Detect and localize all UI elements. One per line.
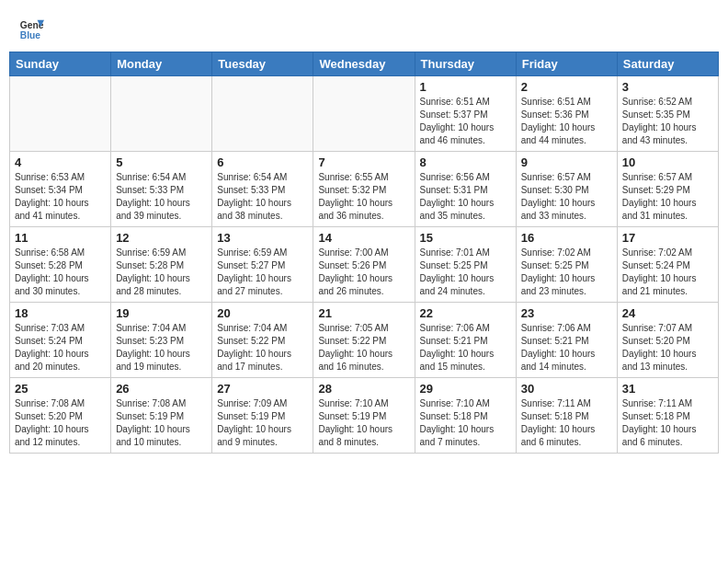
day-info: Sunrise: 7:02 AM Sunset: 5:25 PM Dayligh… <box>521 247 612 298</box>
day-cell: 13Sunrise: 6:59 AM Sunset: 5:27 PM Dayli… <box>212 227 313 303</box>
day-info: Sunrise: 7:04 AM Sunset: 5:23 PM Dayligh… <box>116 322 207 373</box>
day-cell: 27Sunrise: 7:09 AM Sunset: 5:19 PM Dayli… <box>212 378 313 454</box>
day-info: Sunrise: 6:57 AM Sunset: 5:29 PM Dayligh… <box>622 171 713 223</box>
day-number: 16 <box>521 231 612 245</box>
day-number: 13 <box>217 231 308 245</box>
day-header-thursday: Thursday <box>415 52 516 76</box>
page-header: General Blue <box>9 9 719 46</box>
day-number: 20 <box>217 306 308 320</box>
day-cell: 28Sunrise: 7:10 AM Sunset: 5:19 PM Dayli… <box>313 378 415 454</box>
day-number: 30 <box>521 382 612 396</box>
logo-icon: General Blue <box>18 17 44 42</box>
day-number: 3 <box>622 80 713 94</box>
day-info: Sunrise: 7:01 AM Sunset: 5:25 PM Dayligh… <box>420 247 511 298</box>
days-header-row: SundayMondayTuesdayWednesdayThursdayFrid… <box>10 52 719 76</box>
day-info: Sunrise: 6:59 AM Sunset: 5:28 PM Dayligh… <box>116 247 207 298</box>
day-cell: 5Sunrise: 6:54 AM Sunset: 5:33 PM Daylig… <box>111 152 212 227</box>
day-info: Sunrise: 7:11 AM Sunset: 5:18 PM Dayligh… <box>622 397 713 449</box>
day-number: 27 <box>217 382 308 396</box>
day-cell: 1Sunrise: 6:51 AM Sunset: 5:37 PM Daylig… <box>415 76 516 152</box>
day-number: 1 <box>420 80 511 94</box>
day-info: Sunrise: 6:52 AM Sunset: 5:35 PM Dayligh… <box>622 96 713 147</box>
day-info: Sunrise: 7:04 AM Sunset: 5:22 PM Dayligh… <box>217 322 308 373</box>
week-row-4: 18Sunrise: 7:03 AM Sunset: 5:24 PM Dayli… <box>10 303 719 378</box>
day-cell: 20Sunrise: 7:04 AM Sunset: 5:22 PM Dayli… <box>212 303 313 378</box>
day-cell: 7Sunrise: 6:55 AM Sunset: 5:32 PM Daylig… <box>313 152 415 227</box>
day-header-monday: Monday <box>111 52 212 76</box>
day-number: 11 <box>15 231 106 245</box>
day-number: 7 <box>318 155 409 169</box>
day-number: 5 <box>116 155 207 169</box>
day-info: Sunrise: 7:06 AM Sunset: 5:21 PM Dayligh… <box>521 322 612 373</box>
day-number: 21 <box>318 306 409 320</box>
day-cell: 19Sunrise: 7:04 AM Sunset: 5:23 PM Dayli… <box>111 303 212 378</box>
day-number: 22 <box>420 306 511 320</box>
day-cell: 15Sunrise: 7:01 AM Sunset: 5:25 PM Dayli… <box>415 227 516 303</box>
day-cell: 6Sunrise: 6:54 AM Sunset: 5:33 PM Daylig… <box>212 152 313 227</box>
week-row-1: 1Sunrise: 6:51 AM Sunset: 5:37 PM Daylig… <box>10 76 719 152</box>
day-info: Sunrise: 7:09 AM Sunset: 5:19 PM Dayligh… <box>217 397 308 449</box>
day-info: Sunrise: 7:00 AM Sunset: 5:26 PM Dayligh… <box>318 247 409 298</box>
day-number: 26 <box>116 382 207 396</box>
day-cell <box>212 76 313 152</box>
day-info: Sunrise: 7:10 AM Sunset: 5:18 PM Dayligh… <box>420 397 511 449</box>
day-cell: 16Sunrise: 7:02 AM Sunset: 5:25 PM Dayli… <box>516 227 617 303</box>
day-cell: 29Sunrise: 7:10 AM Sunset: 5:18 PM Dayli… <box>415 378 516 454</box>
day-number: 28 <box>318 382 409 396</box>
day-info: Sunrise: 6:58 AM Sunset: 5:28 PM Dayligh… <box>15 247 106 298</box>
day-info: Sunrise: 6:59 AM Sunset: 5:27 PM Dayligh… <box>217 247 308 298</box>
day-cell: 31Sunrise: 7:11 AM Sunset: 5:18 PM Dayli… <box>617 378 718 454</box>
week-row-2: 4Sunrise: 6:53 AM Sunset: 5:34 PM Daylig… <box>10 152 719 227</box>
day-header-wednesday: Wednesday <box>313 52 415 76</box>
day-info: Sunrise: 7:10 AM Sunset: 5:19 PM Dayligh… <box>318 397 409 449</box>
day-number: 9 <box>521 155 612 169</box>
day-cell: 17Sunrise: 7:02 AM Sunset: 5:24 PM Dayli… <box>617 227 718 303</box>
calendar-table: SundayMondayTuesdayWednesdayThursdayFrid… <box>9 52 719 454</box>
day-cell: 9Sunrise: 6:57 AM Sunset: 5:30 PM Daylig… <box>516 152 617 227</box>
day-header-sunday: Sunday <box>10 52 111 76</box>
day-number: 14 <box>318 231 409 245</box>
day-cell: 26Sunrise: 7:08 AM Sunset: 5:19 PM Dayli… <box>111 378 212 454</box>
day-header-friday: Friday <box>516 52 617 76</box>
day-info: Sunrise: 6:51 AM Sunset: 5:37 PM Dayligh… <box>420 96 511 147</box>
day-number: 10 <box>622 155 713 169</box>
day-cell <box>10 76 111 152</box>
day-number: 15 <box>420 231 511 245</box>
day-info: Sunrise: 7:06 AM Sunset: 5:21 PM Dayligh… <box>420 322 511 373</box>
day-cell: 18Sunrise: 7:03 AM Sunset: 5:24 PM Dayli… <box>10 303 111 378</box>
day-number: 17 <box>622 231 713 245</box>
day-info: Sunrise: 6:55 AM Sunset: 5:32 PM Dayligh… <box>318 171 409 223</box>
day-cell: 25Sunrise: 7:08 AM Sunset: 5:20 PM Dayli… <box>10 378 111 454</box>
day-cell: 24Sunrise: 7:07 AM Sunset: 5:20 PM Dayli… <box>617 303 718 378</box>
day-number: 24 <box>622 306 713 320</box>
logo: General Blue <box>18 17 44 42</box>
day-cell: 11Sunrise: 6:58 AM Sunset: 5:28 PM Dayli… <box>10 227 111 303</box>
day-cell: 23Sunrise: 7:06 AM Sunset: 5:21 PM Dayli… <box>516 303 617 378</box>
day-info: Sunrise: 6:54 AM Sunset: 5:33 PM Dayligh… <box>116 171 207 223</box>
week-row-3: 11Sunrise: 6:58 AM Sunset: 5:28 PM Dayli… <box>10 227 719 303</box>
day-number: 2 <box>521 80 612 94</box>
day-info: Sunrise: 7:03 AM Sunset: 5:24 PM Dayligh… <box>15 322 106 373</box>
week-row-5: 25Sunrise: 7:08 AM Sunset: 5:20 PM Dayli… <box>10 378 719 454</box>
day-info: Sunrise: 6:56 AM Sunset: 5:31 PM Dayligh… <box>420 171 511 223</box>
day-header-tuesday: Tuesday <box>212 52 313 76</box>
day-cell: 8Sunrise: 6:56 AM Sunset: 5:31 PM Daylig… <box>415 152 516 227</box>
day-cell <box>313 76 415 152</box>
day-cell: 22Sunrise: 7:06 AM Sunset: 5:21 PM Dayli… <box>415 303 516 378</box>
day-number: 25 <box>15 382 106 396</box>
day-info: Sunrise: 6:54 AM Sunset: 5:33 PM Dayligh… <box>217 171 308 223</box>
day-info: Sunrise: 7:08 AM Sunset: 5:20 PM Dayligh… <box>15 397 106 449</box>
day-info: Sunrise: 6:57 AM Sunset: 5:30 PM Dayligh… <box>521 171 612 223</box>
day-number: 6 <box>217 155 308 169</box>
day-number: 12 <box>116 231 207 245</box>
day-number: 29 <box>420 382 511 396</box>
svg-text:Blue: Blue <box>20 30 41 40</box>
day-info: Sunrise: 6:53 AM Sunset: 5:34 PM Dayligh… <box>15 171 106 223</box>
day-cell: 30Sunrise: 7:11 AM Sunset: 5:18 PM Dayli… <box>516 378 617 454</box>
day-info: Sunrise: 7:02 AM Sunset: 5:24 PM Dayligh… <box>622 247 713 298</box>
day-cell <box>111 76 212 152</box>
day-number: 8 <box>420 155 511 169</box>
day-cell: 2Sunrise: 6:51 AM Sunset: 5:36 PM Daylig… <box>516 76 617 152</box>
day-cell: 14Sunrise: 7:00 AM Sunset: 5:26 PM Dayli… <box>313 227 415 303</box>
day-cell: 4Sunrise: 6:53 AM Sunset: 5:34 PM Daylig… <box>10 152 111 227</box>
